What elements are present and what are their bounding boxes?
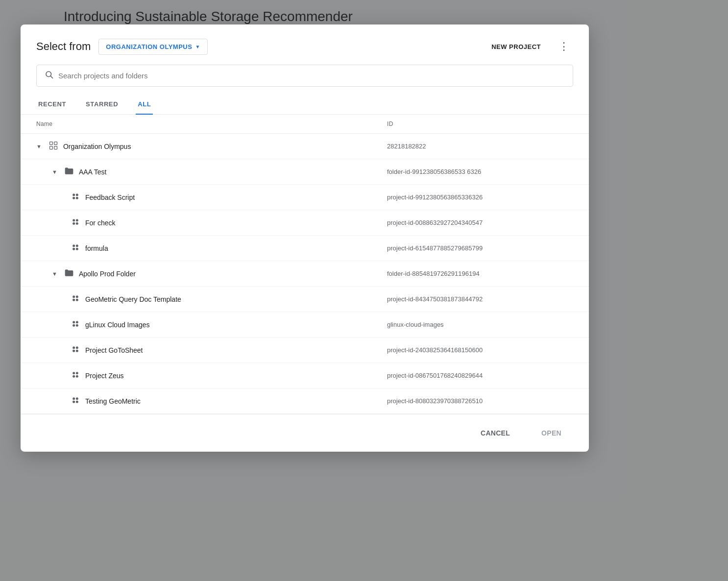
table-body: ▼ Organization Olympus 28218182822 ▼ AAA… [21,134,589,414]
svg-rect-5 [54,146,57,149]
id-cell: project-id-0867501768240829644 [387,372,573,379]
svg-rect-2 [49,142,52,145]
row-name: AAA Test [79,168,107,176]
id-cell: project-id-8434750381873844792 [387,295,573,303]
search-container [21,65,589,95]
chevron-down-icon: ▼ [36,144,42,149]
project-icon [71,344,80,356]
table-row[interactable]: Testing GeoMetric project-id-80803239703… [21,388,589,414]
id-cell: project-id-6154877885279685799 [387,244,573,252]
id-cell: folder-id-8854819726291196194 [387,270,573,277]
row-name: Testing GeoMetric [85,397,141,405]
name-cell: Project Zeus [36,370,387,381]
chevron-down-icon: ▼ [195,44,200,49]
tab-starred[interactable]: STARRED [84,95,120,115]
row-name: Apollo Prod Folder [79,270,136,278]
search-box [36,65,573,87]
svg-point-23 [76,321,78,323]
select-project-dialog: Select from ORGANIZATION OLYMPUS ▼ NEW P… [21,24,589,452]
table-row[interactable]: For check project-id-0088632927204340547 [21,210,589,236]
svg-point-17 [76,248,78,250]
tab-all[interactable]: ALL [136,95,153,115]
search-icon [45,70,53,81]
table-row[interactable]: Project GoToSheet project-id-24038253641… [21,338,589,363]
id-cell: project-id-8080323970388726510 [387,397,573,405]
svg-point-7 [76,194,78,196]
svg-rect-3 [54,142,57,145]
table-row[interactable]: Project Zeus project-id-0867501768240829… [21,363,589,388]
svg-point-19 [76,295,78,298]
svg-point-34 [73,397,75,400]
svg-point-12 [73,222,75,225]
folder-icon [64,167,74,177]
tab-recent[interactable]: RECENT [36,95,68,115]
table-row[interactable]: formula project-id-6154877885279685799 [21,236,589,261]
cancel-button[interactable]: CANCEL [469,424,522,442]
org-dropdown[interactable]: ORGANIZATION OLYMPUS ▼ [98,39,208,55]
svg-point-26 [73,346,75,349]
row-name: gLinux Cloud Images [85,321,150,329]
svg-point-16 [73,248,75,250]
table-row[interactable]: GeoMetric Query Doc Template project-id-… [21,287,589,312]
id-cell: folder-id-991238056386533 6326 [387,168,573,175]
chevron-down-icon: ▼ [52,271,57,277]
table-row[interactable]: ▼ AAA Test folder-id-991238056386533 632… [21,159,589,185]
table-row[interactable]: Feedback Script project-id-9912380563865… [21,185,589,210]
dialog-header: Select from ORGANIZATION OLYMPUS ▼ NEW P… [21,24,589,65]
name-cell: Testing GeoMetric [36,395,387,407]
project-icon [71,192,80,203]
svg-point-30 [73,372,75,374]
more-options-button[interactable]: ⋮ [555,38,573,55]
id-cell: project-id-2403825364168150600 [387,346,573,354]
tabs-bar: RECENT STARRED ALL [21,95,589,115]
row-name: GeoMetric Query Doc Template [85,295,181,303]
id-cell: 28218182822 [387,143,573,150]
name-cell: formula [36,242,387,254]
svg-point-25 [76,324,78,327]
svg-point-33 [76,375,78,378]
table-row[interactable]: gLinux Cloud Images glinux-cloud-images [21,312,589,338]
name-cell: gLinux Cloud Images [36,319,387,330]
id-cell: glinux-cloud-images [387,321,573,328]
project-icon [71,217,80,228]
search-input[interactable] [58,72,565,80]
svg-point-22 [73,321,75,323]
row-name: Project GoToSheet [85,346,143,354]
dialog-footer: CANCEL OPEN [21,414,589,452]
id-cell: project-id-0088632927204340547 [387,219,573,226]
new-project-button[interactable]: NEW PROJECT [485,39,547,54]
project-icon [71,319,80,330]
dialog-title: Select from [36,40,91,53]
project-icon [71,370,80,381]
svg-point-31 [76,372,78,374]
table-header: Name ID [21,115,589,134]
svg-point-8 [73,197,75,199]
row-name: Feedback Script [85,194,135,201]
row-name: Organization Olympus [63,143,131,150]
table-row[interactable]: ▼ Apollo Prod Folder folder-id-885481972… [21,261,589,287]
folder-icon [64,268,74,279]
svg-point-15 [76,244,78,247]
row-name: Project Zeus [85,372,124,380]
col-id-header: ID [387,121,573,127]
svg-point-21 [76,299,78,301]
svg-point-29 [76,350,78,352]
row-name: formula [85,244,108,252]
project-icon [71,293,80,305]
chevron-down-icon: ▼ [52,169,57,175]
name-cell: ▼ Organization Olympus [36,141,387,152]
svg-point-28 [73,350,75,352]
svg-point-37 [76,401,78,403]
svg-point-20 [73,299,75,301]
row-name: For check [85,219,115,227]
org-dropdown-label: ORGANIZATION OLYMPUS [106,43,192,50]
table-row[interactable]: ▼ Organization Olympus 28218182822 [21,134,589,159]
name-cell: For check [36,217,387,228]
svg-point-32 [73,375,75,378]
name-cell: Project GoToSheet [36,344,387,356]
open-button[interactable]: OPEN [530,424,573,442]
project-icon [71,242,80,254]
svg-point-35 [76,397,78,400]
name-cell: ▼ AAA Test [36,167,387,177]
name-cell: Feedback Script [36,192,387,203]
